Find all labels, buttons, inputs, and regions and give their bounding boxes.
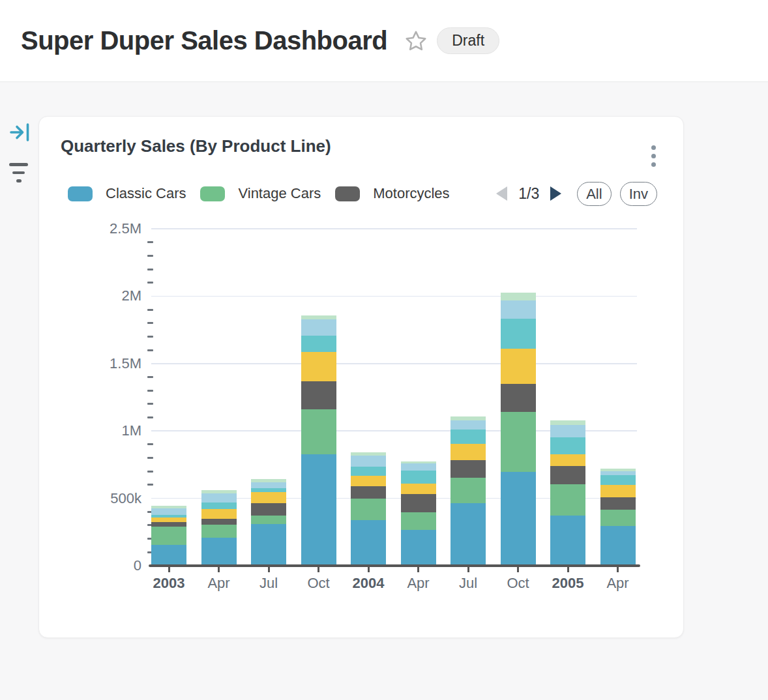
y-minor-tick — [147, 349, 153, 351]
bar-segment[interactable] — [251, 503, 286, 516]
bar-segment[interactable] — [600, 475, 636, 485]
bar-segment[interactable] — [550, 437, 585, 454]
bar-segment[interactable] — [450, 460, 486, 478]
bar-segment[interactable] — [501, 472, 536, 566]
bar-segment[interactable] — [151, 545, 186, 566]
bar-segment[interactable] — [550, 516, 585, 566]
bar-segment[interactable] — [251, 516, 286, 523]
bar-segment[interactable] — [450, 430, 486, 445]
y-minor-tick — [147, 282, 153, 284]
bar-segment[interactable] — [201, 509, 237, 519]
y-minor-tick — [147, 241, 153, 243]
bar-segment[interactable] — [600, 485, 636, 497]
bar-segment[interactable] — [501, 319, 536, 349]
bar-segment[interactable] — [351, 476, 386, 486]
bar-segment[interactable] — [501, 412, 536, 472]
bar-segment[interactable] — [501, 384, 536, 412]
y-axis-label: 500k — [89, 490, 141, 507]
bar-segment[interactable] — [501, 349, 536, 384]
expand-panel-icon[interactable] — [9, 123, 31, 145]
bar-segment[interactable] — [351, 456, 386, 467]
y-gridline — [151, 363, 637, 364]
x-axis-tick — [517, 567, 519, 572]
bar-segment[interactable] — [351, 452, 386, 456]
bar-segment[interactable] — [301, 409, 336, 454]
bar-segment[interactable] — [151, 518, 186, 523]
bar-segment[interactable] — [550, 425, 585, 437]
bar-segment[interactable] — [351, 486, 386, 498]
bar-segment[interactable] — [251, 488, 286, 492]
y-minor-tick — [147, 269, 153, 270]
bar-segment[interactable] — [251, 492, 286, 503]
bar-segment[interactable] — [401, 461, 436, 463]
bar-segment[interactable] — [550, 454, 585, 466]
bar-segment[interactable] — [301, 381, 336, 409]
bar-segment[interactable] — [201, 493, 237, 503]
bar-segment[interactable] — [301, 315, 336, 320]
bar-segment[interactable] — [151, 515, 186, 518]
bar-segment[interactable] — [600, 497, 636, 510]
bar-segment[interactable] — [550, 466, 585, 484]
bar-segment[interactable] — [301, 336, 336, 352]
bar-segment[interactable] — [550, 484, 585, 516]
y-axis-label: 2.5M — [89, 220, 141, 237]
y-minor-tick — [147, 457, 153, 459]
x-axis-tick — [417, 567, 419, 572]
bar-segment[interactable] — [550, 420, 585, 425]
bar-segment[interactable] — [501, 300, 536, 319]
bar-segment[interactable] — [600, 510, 636, 526]
bar-segment[interactable] — [401, 463, 436, 471]
bar-segment[interactable] — [401, 484, 436, 494]
x-axis-tick — [168, 567, 170, 572]
bar-segment[interactable] — [201, 490, 237, 493]
status-badge: Draft — [437, 27, 499, 54]
bar-segment[interactable] — [450, 416, 486, 420]
bar-segment[interactable] — [151, 522, 186, 527]
x-axis-line — [149, 564, 640, 567]
bar-segment[interactable] — [151, 506, 186, 508]
y-minor-tick — [147, 309, 153, 311]
bar-segment[interactable] — [201, 503, 237, 509]
bar-segment[interactable] — [450, 478, 486, 504]
bar-segment[interactable] — [501, 293, 536, 301]
bar-segment[interactable] — [151, 527, 186, 545]
bar-segment[interactable] — [401, 512, 436, 530]
bar-segment[interactable] — [151, 508, 186, 515]
x-axis-tick — [368, 567, 370, 572]
bar-segment[interactable] — [201, 538, 237, 566]
bar-segment[interactable] — [301, 319, 336, 336]
bar-segment[interactable] — [351, 520, 386, 566]
bar-segment[interactable] — [201, 525, 237, 538]
y-minor-tick — [147, 255, 153, 257]
bar-segment[interactable] — [600, 469, 636, 471]
bar-segment[interactable] — [201, 519, 237, 525]
bar-segment[interactable] — [450, 444, 486, 459]
bar-segment[interactable] — [450, 420, 486, 430]
y-minor-tick — [147, 376, 153, 378]
app-header: Super Duper Sales Dashboard Draft — [0, 0, 768, 82]
bar-segment[interactable] — [251, 479, 286, 482]
x-axis-tick — [268, 567, 270, 572]
bar-segment[interactable] — [401, 471, 436, 484]
bar-segment[interactable] — [351, 467, 386, 476]
bar-segment[interactable] — [351, 499, 386, 521]
sidebar-rail — [9, 123, 31, 197]
bar-segment[interactable] — [301, 454, 336, 566]
bar-segment[interactable] — [251, 524, 286, 566]
x-axis-tick — [567, 567, 569, 572]
filter-icon[interactable] — [9, 163, 31, 182]
bar-segment[interactable] — [600, 471, 636, 475]
chart-card: Quarterly Sales (By Product Line) Classi… — [38, 116, 684, 638]
bar-segment[interactable] — [301, 352, 336, 381]
bar-segment[interactable] — [401, 494, 436, 512]
bar-segment[interactable] — [600, 526, 636, 566]
y-axis-label: 1M — [89, 422, 141, 439]
y-minor-tick — [147, 322, 153, 324]
bar-segment[interactable] — [251, 482, 286, 488]
favorite-star-icon[interactable] — [404, 29, 428, 53]
stacked-bar-chart: 2.5M2M1.5M1M500k02003AprJulOct2004AprJul… — [39, 117, 683, 637]
page-title: Super Duper Sales Dashboard — [21, 26, 387, 55]
bar-segment[interactable] — [450, 503, 486, 566]
bar-segment[interactable] — [401, 530, 436, 566]
y-axis-label: 1.5M — [89, 355, 141, 372]
